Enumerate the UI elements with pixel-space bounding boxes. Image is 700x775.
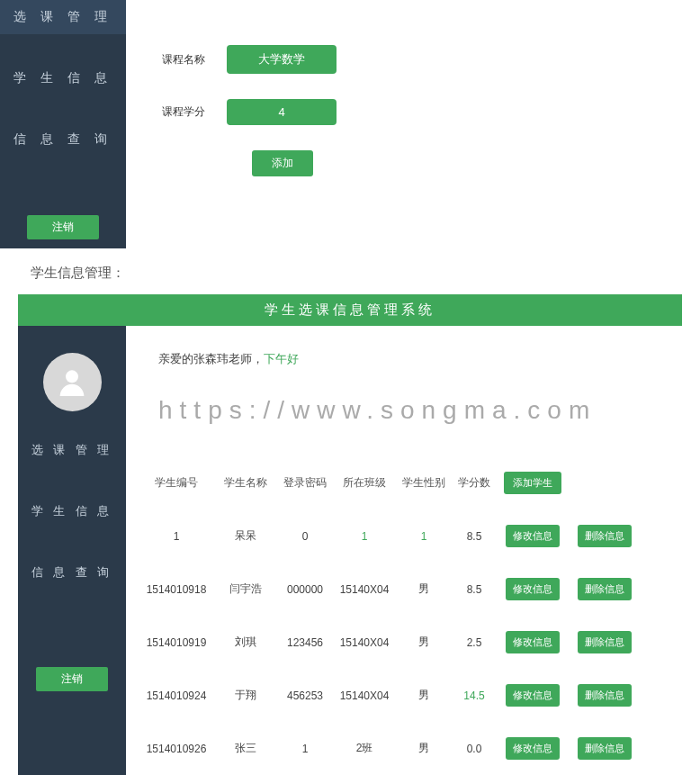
cell-credit: 14.5 [452,689,497,702]
cell-gender: 男 [396,635,452,650]
cell-class: 1 [333,530,396,543]
th-gender: 学生性别 [396,475,452,491]
table-row: 1514010926张三12班男0.0修改信息删除信息 [139,730,682,767]
cell-name: 张三 [214,741,277,756]
course-credit-field[interactable]: 4 [227,99,337,125]
user-icon [54,365,90,401]
cell-class: 15140X04 [333,636,396,649]
cell-password: 123456 [277,636,333,649]
cell-name: 于翔 [214,688,277,703]
svg-point-0 [66,370,78,383]
table-row: 1514010924于翔45625315140X04男14.5修改信息删除信息 [139,677,682,714]
edit-button[interactable]: 修改信息 [506,684,560,707]
cell-password: 1 [277,743,333,755]
cell-name: 呆呆 [214,528,277,544]
cell-gender: 男 [396,688,452,703]
cell-gender: 男 [396,741,452,756]
sidebar-item-course-mgmt-2[interactable]: 选 课 管 理 [18,434,126,466]
cell-gender: 1 [396,530,452,543]
student-table: 学生编号 学生名称 登录密码 所在班级 学生性别 学分数 添加学生 1呆呆011… [139,464,682,767]
course-name-field[interactable]: 大学数学 [227,45,337,74]
delete-button[interactable]: 删除信息 [578,631,632,653]
course-name-label: 课程名称 [162,52,227,68]
cell-credit: 2.5 [452,636,497,649]
cell-id: 1 [139,530,214,543]
sidebar-top: 选 课 管 理 学 生 信 息 信 息 查 询 注销 [0,0,126,248]
delete-button[interactable]: 删除信息 [578,525,632,547]
sidebar-item-student-info[interactable]: 学 生 信 息 [0,61,126,95]
cell-credit: 8.5 [452,583,497,596]
delete-button[interactable]: 删除信息 [578,684,632,707]
cell-id: 1514010919 [139,636,214,649]
sidebar-item-student-info-2[interactable]: 学 生 信 息 [18,495,126,527]
add-course-button[interactable]: 添加 [252,150,313,176]
table-row: 1514010919刘琪12345615140X04男2.5修改信息删除信息 [139,624,682,661]
cell-password: 0 [277,530,333,543]
cell-credit: 0.0 [452,743,497,755]
cell-name: 闫宇浩 [214,581,277,597]
logout-button-2[interactable]: 注销 [36,667,108,691]
table-row: 1514010918闫宇浩00000015140X04男8.5修改信息删除信息 [139,571,682,608]
edit-button[interactable]: 修改信息 [506,737,560,760]
th-class: 所在班级 [333,475,396,491]
cell-password: 456253 [277,689,333,702]
delete-button[interactable]: 删除信息 [578,737,632,760]
avatar [43,353,102,411]
system-header: 学生选课信息管理系统 [18,294,682,326]
logout-button[interactable]: 注销 [27,215,99,239]
edit-button[interactable]: 修改信息 [506,631,560,653]
th-credit: 学分数 [452,475,497,491]
cell-gender: 男 [396,581,452,597]
cell-password: 000000 [277,583,333,596]
cell-class: 15140X04 [333,689,396,702]
edit-button[interactable]: 修改信息 [506,525,560,547]
sidebar-lower: 选 课 管 理 学 生 信 息 信 息 查 询 注销 [18,326,126,775]
cell-class: 2班 [333,741,396,756]
sidebar-item-course-mgmt[interactable]: 选 课 管 理 [0,0,126,34]
section-title: 学生信息管理： [0,248,700,294]
greeting-text: 亲爱的张森玮老师，下午好 [139,326,682,391]
cell-class: 15140X04 [333,583,396,596]
cell-name: 刘琪 [214,635,277,650]
edit-button[interactable]: 修改信息 [506,578,560,600]
th-student-name: 学生名称 [214,475,277,491]
th-student-id: 学生编号 [139,475,214,491]
th-password: 登录密码 [277,475,333,491]
cell-id: 1514010918 [139,583,214,596]
watermark-url: https://www.songma.com [139,391,682,443]
table-row: 1呆呆0118.5修改信息删除信息 [139,518,682,554]
cell-id: 1514010926 [139,743,214,755]
course-credit-label: 课程学分 [162,104,227,120]
sidebar-item-info-query-2[interactable]: 信 息 查 询 [18,556,126,589]
cell-id: 1514010924 [139,689,214,702]
delete-button[interactable]: 删除信息 [578,578,632,600]
sidebar-item-info-query[interactable]: 信 息 查 询 [0,122,126,157]
cell-credit: 8.5 [452,530,497,543]
add-student-button[interactable]: 添加学生 [504,472,561,494]
